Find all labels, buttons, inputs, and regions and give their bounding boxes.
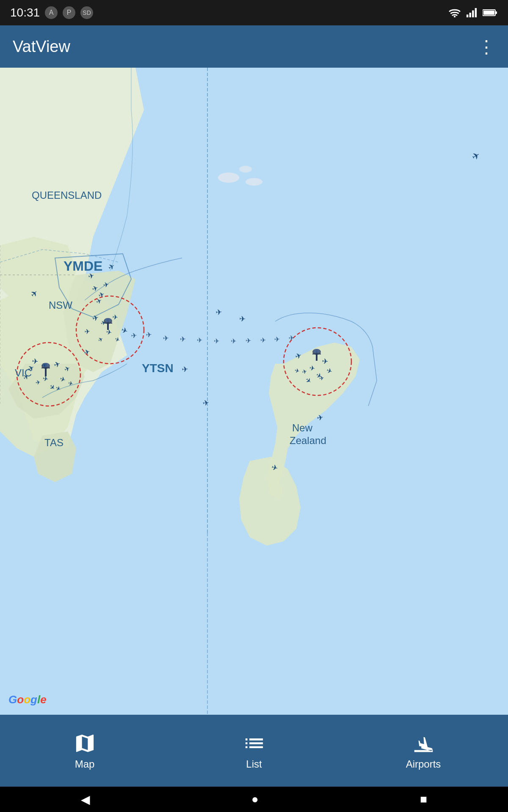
svg-text:✈: ✈	[179, 335, 186, 343]
nav-airports[interactable]: Airports	[339, 732, 508, 770]
android-nav: ◀ ● ■	[0, 787, 508, 812]
map-container[interactable]: ✈ ✈ ✈ ✈ ✈ ✈ ✈ ✈ ✈ ✈ ✈ ✈ ✈ ✈ ✈ ✈	[0, 68, 508, 715]
svg-text:✈: ✈	[260, 337, 266, 344]
android-recent[interactable]: ■	[420, 793, 427, 806]
queensland-label: QUEENSLAND	[32, 189, 102, 201]
svg-text:✈: ✈	[131, 332, 138, 340]
svg-text:✈: ✈	[239, 315, 246, 324]
svg-point-0	[454, 16, 456, 17]
svg-rect-4	[475, 8, 477, 17]
nav-map[interactable]: Map	[0, 732, 169, 770]
svg-text:✈: ✈	[146, 331, 152, 339]
sd-icon: SD	[80, 6, 93, 19]
status-bar: 10:31 A P SD	[0, 0, 508, 25]
list-nav-label: List	[246, 758, 262, 770]
battery-icon	[483, 8, 498, 17]
status-icons	[449, 8, 498, 17]
svg-text:✈: ✈	[182, 365, 189, 374]
wifi-icon	[449, 8, 461, 17]
tas-label: TAS	[44, 437, 64, 448]
svg-rect-6	[495, 11, 497, 14]
svg-text:✈: ✈	[32, 357, 39, 366]
svg-point-83	[246, 178, 262, 186]
parking-icon: P	[63, 6, 75, 19]
ytsn-label: YTSN	[142, 362, 174, 375]
nav-list[interactable]: List	[169, 732, 339, 770]
svg-text:✈: ✈	[214, 337, 219, 345]
app-title: VatView	[13, 38, 70, 56]
svg-rect-1	[467, 14, 468, 17]
map-svg: ✈ ✈ ✈ ✈ ✈ ✈ ✈ ✈ ✈ ✈ ✈ ✈ ✈ ✈ ✈ ✈	[0, 68, 508, 715]
svg-text:✈: ✈	[163, 334, 169, 343]
svg-rect-7	[483, 11, 494, 15]
nsw-label: NSW	[49, 299, 72, 311]
list-nav-icon	[243, 732, 266, 755]
nz-label2: Zealand	[290, 435, 326, 446]
svg-point-31	[105, 318, 111, 322]
svg-text:✈: ✈	[322, 357, 329, 366]
airports-nav-label: Airports	[406, 758, 441, 770]
svg-point-44	[313, 349, 320, 353]
google-watermark: Google	[8, 693, 47, 706]
svg-text:✈: ✈	[274, 336, 280, 343]
autopilot-icon: A	[45, 6, 58, 19]
nz-label: New	[292, 422, 313, 433]
android-back[interactable]: ◀	[81, 793, 90, 807]
svg-text:✈: ✈	[246, 337, 251, 344]
map-nav-icon	[73, 732, 97, 755]
airport-nav-icon	[412, 732, 435, 755]
svg-rect-2	[469, 13, 471, 17]
svg-text:✈: ✈	[112, 313, 118, 321]
svg-point-82	[239, 166, 252, 173]
bottom-nav: Map List Airports	[0, 715, 508, 787]
menu-icon[interactable]: ⋮	[478, 36, 495, 57]
svg-text:✈: ✈	[197, 337, 202, 344]
svg-point-81	[218, 173, 239, 183]
signal-icon	[466, 8, 478, 17]
ymde-label: YMDE	[64, 258, 102, 274]
app-bar: VatView ⋮	[0, 25, 508, 68]
svg-text:✈: ✈	[231, 337, 236, 345]
svg-rect-3	[472, 11, 474, 18]
android-home[interactable]: ●	[251, 793, 259, 806]
svg-text:✈: ✈	[84, 328, 90, 335]
vic-label: VIC	[15, 367, 32, 379]
map-nav-label: Map	[75, 758, 95, 770]
status-time: 10:31	[10, 6, 40, 19]
svg-text:✈: ✈	[215, 308, 223, 317]
svg-text:✈: ✈	[288, 334, 294, 342]
